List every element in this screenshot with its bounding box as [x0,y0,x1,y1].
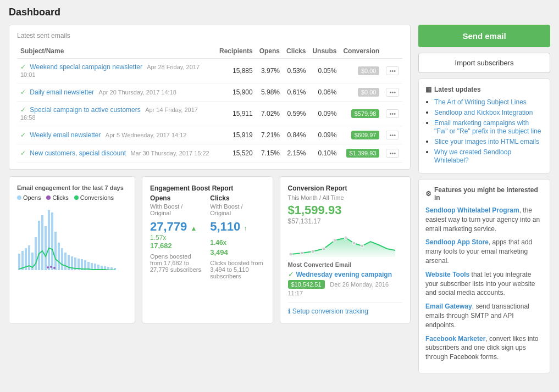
email-clicks: 0.59% [283,102,309,126]
page-title: Dashboard [9,7,550,18]
email-conversion: $1,399.93 [340,144,383,163]
feature-item: Website Tools that let you integrate you… [425,270,543,298]
email-subject-cell: ✓ New customers, special discount Mar 30… [17,144,216,163]
svg-point-39 [344,236,347,239]
update-link[interactable]: Email marketing campaigns with "Fw" or "… [434,119,541,135]
svg-point-37 [322,247,325,250]
list-item: Slice your images into HTML emails [434,137,543,145]
feature-link[interactable]: Sendloop Whitelabel Program [425,206,519,214]
table-row: ✓ Daily email newsletter Apr 20 Thursday… [17,83,402,102]
updates-icon: ▦ [425,86,431,93]
more-button[interactable]: ••• [386,88,399,97]
engagement-chart [17,204,127,270]
setup-conversion-link[interactable]: ℹ Setup conversion tracking [288,303,403,315]
email-recipients: 15,885 [216,59,256,83]
email-more: ••• [383,126,402,144]
col-recipients: Recipients [216,45,256,59]
svg-rect-11 [54,232,57,270]
send-email-button[interactable]: Send email [418,25,550,47]
more-button[interactable]: ••• [386,109,399,118]
email-subject-cell: ✓ Daily email newsletter Apr 20 Thursday… [17,83,216,102]
check-icon: ✓ [20,149,26,157]
table-row: ✓ Weekly email newsletter Apr 5 Wednesda… [17,126,402,144]
import-subscribers-button[interactable]: Import subscribers [418,53,550,73]
update-link[interactable]: Why we created Sendloop Whitelabel? [434,148,511,164]
svg-point-40 [352,242,356,245]
svg-point-36 [311,250,314,253]
svg-rect-13 [61,248,63,270]
engagement-card: Email engagement for the last 7 days Ope… [9,176,135,323]
email-unsubs: 0.09% [309,102,340,126]
email-opens: 5.98% [256,83,283,102]
email-conversion: $609.97 [340,126,383,144]
most-converted-details: $10,542.51 Dec 26 Monday, 2016 11:17 [288,280,403,297]
features-title: ⚙ Features you might be interested in [425,186,543,201]
email-date: Mar 30 Thursday, 2017 15:22 [130,150,209,156]
svg-point-38 [333,239,336,242]
engagement-legend: Opens Clicks Conversions [17,194,127,201]
list-item: The Art of Writing Subject Lines [434,98,543,106]
email-recipients: 15,900 [216,83,256,102]
svg-point-30 [47,266,49,268]
update-link[interactable]: Slice your images into HTML emails [434,138,539,145]
email-more: ••• [383,59,402,83]
col-clicks: Clicks [283,45,309,59]
boost-clicks: Clicks With Boost /Original 5,110 ↑ 1.46… [210,194,264,279]
svg-point-35 [300,251,303,255]
boost-title: Engagement Boost Report [150,184,265,192]
updates-list: The Art of Writing Subject LinesSendloop… [425,98,543,164]
svg-rect-7 [41,215,43,270]
feature-item: Sendloop App Store, apps that add many t… [425,238,543,265]
email-subject-cell: ✓ Special campaign to active customers A… [17,102,216,126]
email-opens: 7.02% [256,102,283,126]
email-link[interactable]: Weekend special campaign newsletter [30,63,142,71]
more-button[interactable]: ••• [386,131,399,139]
svg-rect-9 [48,210,50,270]
svg-marker-33 [291,238,395,257]
more-button[interactable]: ••• [386,149,399,158]
feature-link[interactable]: Website Tools [425,271,469,278]
boost-card: Engagement Boost Report Opens With Boost… [142,176,273,323]
features-list: Sendloop Whitelabel Program, the easiest… [425,206,543,362]
email-more: ••• [383,83,402,102]
email-opens: 3.97% [256,59,283,83]
email-link[interactable]: Special campaign to active customers [30,106,140,114]
updates-title: ▦ Latest updates [425,86,543,93]
email-recipients: 15,520 [216,144,256,163]
svg-point-41 [361,244,364,248]
svg-point-34 [289,253,292,256]
feature-link[interactable]: Email Gateway [425,303,472,310]
email-conversion: $0.00 [340,59,383,83]
email-unsubs: 0.06% [309,83,340,102]
emails-card-title: Latest sent emails [17,32,402,40]
svg-point-32 [53,267,56,269]
list-item: Why we created Sendloop Whitelabel? [434,148,543,164]
most-converted-row: ✓ Wednesday evening campaign [288,270,403,278]
conversion-card: Conversion Report This Month / All Time … [280,176,411,323]
email-link[interactable]: New customers, special discount [30,149,126,157]
email-link[interactable]: Daily email newsletter [30,88,94,96]
check-icon: ✓ [20,63,26,71]
boost-opens: Opens With Boost /Original 27,779 ▲ 1.57… [150,194,204,279]
email-more: ••• [383,144,402,163]
conversion-title: Conversion Report [288,184,403,192]
table-row: ✓ Special campaign to active customers A… [17,102,402,126]
list-item: Email marketing campaigns with "Fw" or "… [434,119,543,135]
conversion-chart [288,229,403,257]
update-link[interactable]: Sendloop and Kickbox Integration [434,109,533,116]
email-link[interactable]: Weekly email newsletter [30,131,101,139]
feature-link[interactable]: Facebook Marketer [425,335,485,343]
conv-check-icon: ✓ [288,270,294,278]
check-icon: ✓ [20,131,26,139]
email-unsubs: 0.05% [309,59,340,83]
info-icon: ℹ [288,307,291,315]
col-conversion: Conversion [340,45,383,59]
update-link[interactable]: The Art of Writing Subject Lines [434,98,527,106]
legend-opens: Opens [17,194,41,201]
more-button[interactable]: ••• [386,66,399,75]
legend-conversions: Conversions [74,194,114,201]
check-icon: ✓ [20,106,26,114]
email-date: Apr 20 Thursday, 2017 14:18 [98,89,176,96]
email-subject-cell: ✓ Weekly email newsletter Apr 5 Wednesda… [17,126,216,144]
feature-link[interactable]: Sendloop App Store [425,238,489,246]
